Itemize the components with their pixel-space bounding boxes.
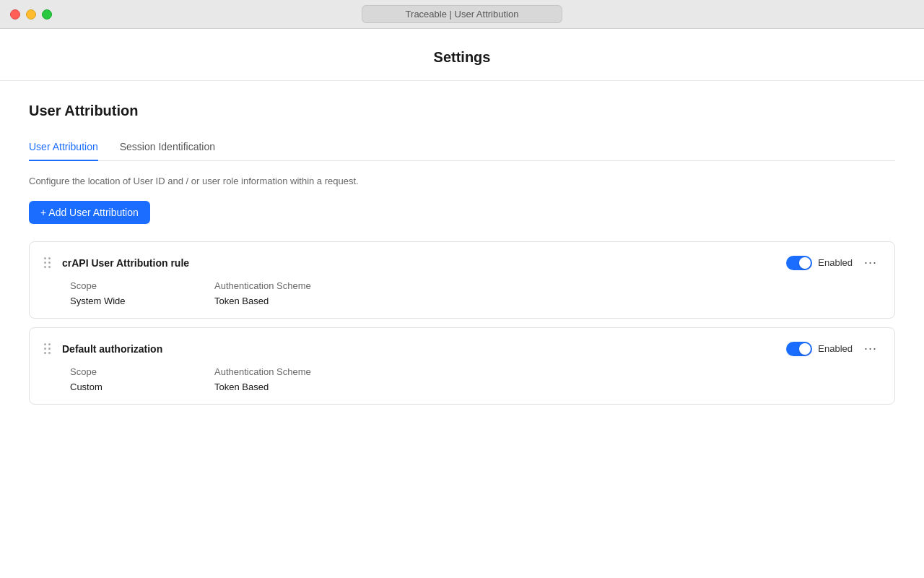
enabled-label: Enabled [818, 257, 853, 268]
rule-controls: Enabled ··· [786, 340, 880, 358]
toggle-knob [799, 257, 811, 269]
add-user-attribution-button[interactable]: + Add User Attribution [29, 201, 150, 224]
more-options-button[interactable]: ··· [861, 254, 880, 272]
scope-value: System Wide [70, 296, 214, 306]
toggle-wrapper: Enabled [786, 342, 853, 356]
rule-controls: Enabled ··· [786, 254, 880, 272]
scope-label: Scope [70, 366, 214, 377]
rule-card: crAPI User Attribution rule Enabled ··· … [29, 241, 895, 319]
rules-list: crAPI User Attribution rule Enabled ··· … [29, 241, 895, 405]
rule-header: Default authorization Enabled ··· [44, 340, 880, 358]
rule-header: crAPI User Attribution rule Enabled ··· [44, 254, 880, 272]
auth-scheme-label: Authentication Scheme [214, 366, 880, 377]
drag-handle[interactable] [44, 343, 51, 354]
traffic-lights [10, 9, 52, 20]
scope-label: Scope [70, 280, 214, 291]
rule-name: Default authorization [62, 343, 786, 355]
section-title: User Attribution [29, 103, 895, 119]
title-bar: Traceable | User Attribution [0, 0, 924, 29]
rule-details: Scope Authentication Scheme System Wide … [70, 280, 880, 306]
page-title: Settings [0, 49, 924, 66]
content-area: User Attribution User Attribution Sessio… [0, 81, 924, 426]
close-button[interactable] [10, 9, 20, 20]
auth-scheme-value: Token Based [214, 296, 880, 306]
minimize-button[interactable] [26, 9, 36, 20]
toggle-knob [799, 343, 811, 355]
more-options-button[interactable]: ··· [861, 340, 880, 358]
window-title: Traceable | User Attribution [362, 5, 563, 23]
rule-toggle[interactable] [786, 256, 812, 270]
auth-scheme-value: Token Based [214, 381, 880, 392]
rule-name: crAPI User Attribution rule [62, 257, 786, 269]
rule-details: Scope Authentication Scheme Custom Token… [70, 366, 880, 392]
tab-session-identification[interactable]: Session Identification [120, 134, 215, 161]
toggle-wrapper: Enabled [786, 256, 853, 270]
auth-scheme-label: Authentication Scheme [214, 280, 880, 291]
tab-user-attribution[interactable]: User Attribution [29, 134, 98, 161]
main-content: Settings User Attribution User Attributi… [0, 29, 924, 578]
scope-value: Custom [70, 381, 214, 392]
tab-description: Configure the location of User ID and / … [29, 176, 895, 186]
tabs: User Attribution Session Identification [29, 134, 895, 161]
enabled-label: Enabled [818, 343, 853, 354]
maximize-button[interactable] [42, 9, 52, 20]
rule-toggle[interactable] [786, 342, 812, 356]
drag-handle[interactable] [44, 257, 51, 268]
rule-card: Default authorization Enabled ··· Scope … [29, 327, 895, 405]
page-header: Settings [0, 29, 924, 81]
